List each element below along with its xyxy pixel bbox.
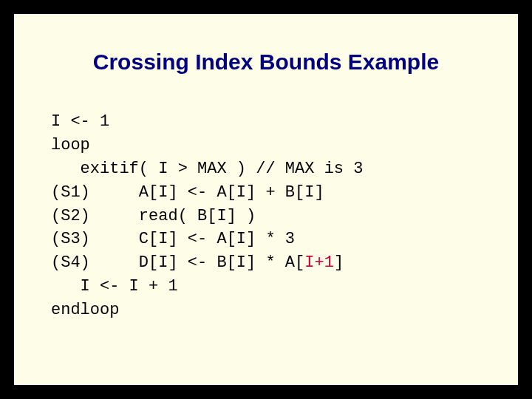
slide-title: Crossing Index Bounds Example <box>51 50 481 75</box>
code-line-1: I <- 1 <box>51 112 109 131</box>
code-line-8: I <- I + 1 <box>51 277 178 296</box>
code-line-7a: (S4) D[I] <- B[I] * A[ <box>51 253 304 272</box>
code-line-2: loop <box>51 136 90 154</box>
code-line-7c: ] <box>334 253 344 272</box>
code-block: I <- 1 loop exitif( I > MAX ) // MAX is … <box>51 110 481 322</box>
code-line-4: (S1) A[I] <- A[I] + B[I] <box>51 183 324 202</box>
code-line-9: endloop <box>51 301 119 319</box>
slide: Crossing Index Bounds Example I <- 1 loo… <box>12 12 520 387</box>
code-line-5: (S2) read( B[I] ) <box>51 207 256 225</box>
code-line-3: exitif( I > MAX ) // MAX is 3 <box>51 160 363 178</box>
code-highlight-index: I+1 <box>304 253 334 272</box>
code-line-6: (S3) C[I] <- A[I] * 3 <box>51 230 295 248</box>
